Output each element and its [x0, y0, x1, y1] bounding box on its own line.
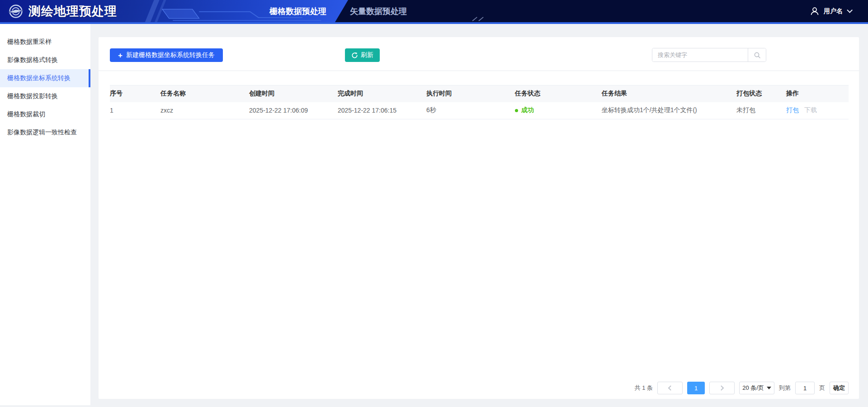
total-count-label: 共 1 条	[635, 384, 653, 392]
chevron-down-icon	[847, 7, 853, 13]
col-result: 任务结果	[602, 85, 736, 102]
search-icon	[754, 52, 761, 59]
task-table: 序号 任务名称 创建时间 完成时间 执行时间 任务状态 任务结果 打包状态 操作	[110, 85, 849, 119]
main-area: + 新建栅格数据坐标系统转换任务 刷新	[90, 24, 868, 405]
cell-actions: 打包 下载	[786, 102, 849, 119]
col-duration: 执行时间	[426, 85, 515, 102]
chevron-right-icon	[719, 385, 724, 390]
col-package-status: 打包状态	[736, 85, 786, 102]
goto-prefix-label: 到第	[779, 384, 791, 392]
refresh-button-label: 刷新	[361, 51, 373, 59]
top-nav: 栅格数据预处理 矢量数据预处理	[268, 0, 409, 22]
col-task-name: 任务名称	[160, 85, 249, 102]
refresh-button[interactable]: 刷新	[345, 48, 380, 62]
user-menu[interactable]: 用户名	[810, 0, 851, 22]
plus-icon: +	[118, 52, 123, 59]
sidebar-item-raster-clip[interactable]: 栅格数据裁切	[0, 105, 90, 123]
toolbar: + 新建栅格数据坐标系统转换任务 刷新	[99, 37, 859, 71]
cell-status: 成功	[515, 102, 602, 119]
sidebar: 栅格数据重采样 影像数据格式转换 栅格数据坐标系统转换 栅格数据投影转换 栅格数…	[0, 24, 90, 405]
tab-vector-preprocess[interactable]: 矢量数据预处理	[348, 6, 409, 17]
col-actions: 操作	[786, 85, 849, 102]
app-title: 测绘地理预处理	[28, 3, 117, 19]
table-header-row: 序号 任务名称 创建时间 完成时间 执行时间 任务状态 任务结果 打包状态 操作	[110, 85, 849, 102]
table-row: 1 zxcz 2025-12-22 17:06:09 2025-12-22 17…	[110, 102, 849, 119]
sidebar-item-raster-resample[interactable]: 栅格数据重采样	[0, 33, 90, 51]
refresh-icon	[351, 52, 358, 59]
col-finished-time: 完成时间	[338, 85, 426, 102]
goto-confirm-button[interactable]: 确定	[830, 382, 849, 394]
pagination: 共 1 条 1 20 条/页 到第 页 确定	[635, 382, 849, 394]
search-box	[652, 48, 766, 62]
page-size-label: 20 条/页	[742, 384, 764, 392]
download-link: 下载	[804, 106, 817, 114]
app-header: 测绘地理预处理 栅格数据预处理 矢量数据预处理 用户名	[0, 0, 868, 24]
cell-finished-time: 2025-12-22 17:06:15	[338, 102, 426, 119]
status-dot	[515, 109, 518, 112]
goto-page-input[interactable]	[795, 382, 815, 394]
app-logo-icon	[8, 3, 24, 19]
username-label: 用户名	[824, 7, 843, 15]
sidebar-item-image-format-convert[interactable]: 影像数据格式转换	[0, 51, 90, 69]
package-link[interactable]: 打包	[786, 106, 799, 114]
cell-result: 坐标转换成功1个/共处理1个文件()	[602, 102, 736, 119]
cell-package-status: 未打包	[736, 102, 786, 119]
prev-page-button[interactable]	[657, 382, 683, 394]
chevron-left-icon	[668, 385, 673, 390]
tab-raster-preprocess[interactable]: 栅格数据预处理	[268, 6, 328, 17]
task-table-wrap: 序号 任务名称 创建时间 完成时间 执行时间 任务状态 任务结果 打包状态 操作	[110, 85, 849, 119]
next-page-button[interactable]	[709, 382, 735, 394]
col-index: 序号	[110, 85, 160, 102]
cell-index: 1	[110, 102, 160, 119]
cell-task-name: zxcz	[160, 102, 249, 119]
user-icon	[810, 6, 820, 16]
page-size-select[interactable]: 20 条/页	[739, 382, 774, 394]
caret-down-icon	[767, 387, 771, 389]
sidebar-item-raster-projection-convert[interactable]: 栅格数据投影转换	[0, 87, 90, 105]
sidebar-item-raster-coord-convert[interactable]: 栅格数据坐标系统转换	[0, 69, 90, 87]
col-created-time: 创建时间	[249, 85, 338, 102]
search-input[interactable]	[652, 48, 748, 62]
current-page-button[interactable]: 1	[687, 382, 705, 394]
cell-duration: 6秒	[426, 102, 515, 119]
content-card: + 新建栅格数据坐标系统转换任务 刷新	[99, 37, 859, 399]
col-status: 任务状态	[515, 85, 602, 102]
status-text: 成功	[521, 106, 534, 114]
goto-suffix-label: 页	[819, 384, 825, 392]
cell-created-time: 2025-12-22 17:06:09	[249, 102, 338, 119]
new-task-button-label: 新建栅格数据坐标系统转换任务	[126, 51, 215, 59]
new-task-button[interactable]: + 新建栅格数据坐标系统转换任务	[110, 48, 223, 62]
sidebar-item-image-logic-check[interactable]: 影像数据逻辑一致性检查	[0, 123, 90, 142]
search-button[interactable]	[748, 48, 766, 62]
